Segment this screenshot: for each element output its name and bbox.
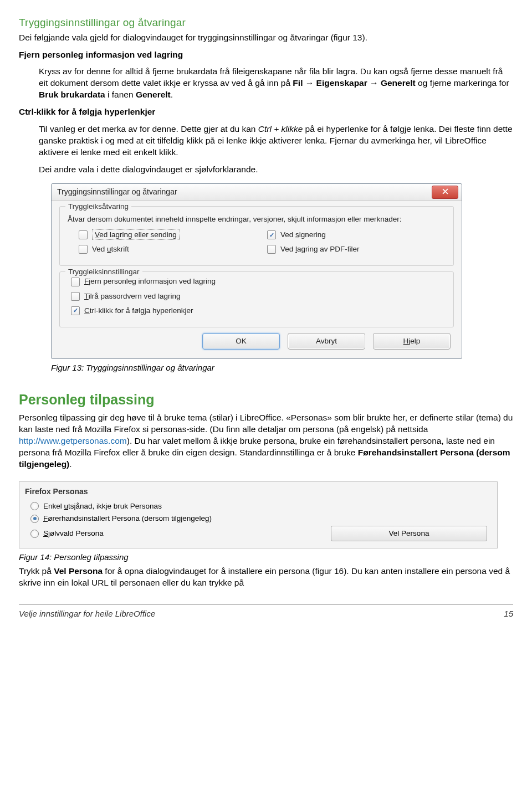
panel-personas-title: Firefox Personas (25, 486, 492, 497)
checkbox-icon (267, 245, 276, 254)
select-persona-button[interactable]: Vel Persona (331, 526, 487, 541)
checkbox-icon (79, 245, 88, 254)
dialog-titlebar: Tryggingsinnstillingar og åtvaringar (52, 184, 462, 201)
checkbox-signing[interactable]: Ved signering (267, 230, 422, 240)
radio-icon (30, 515, 39, 523)
checkbox-icon (71, 306, 80, 315)
group-label-settings: Tryggleiksinnstillingar (65, 267, 142, 277)
checkbox-print[interactable]: Ved utskrift (79, 244, 234, 254)
radio-icon (30, 502, 39, 510)
sub1-body: Kryss av for denne for alltid å fjerne b… (39, 66, 513, 101)
footer-doc-title: Velje innstillingar for heile LibreOffic… (19, 608, 155, 619)
sub2-body: Til vanleg er det merka av for denne. De… (39, 124, 513, 158)
checkbox-icon (79, 230, 88, 239)
dialog-title-text: Tryggingsinnstillingar og åtvaringar (57, 187, 177, 196)
close-button[interactable] (432, 186, 458, 199)
personalization-body: Personleg tilpassing gir deg høve til å … (19, 412, 513, 470)
radio-no-persona[interactable]: Enkel utsjånad, ikkje bruk Personas (25, 500, 492, 512)
sub3-body: Dei andre vala i dette dialogvindauget e… (39, 164, 513, 176)
subheading-security: Tryggingsinnstillingar og åtvaringar (19, 16, 513, 30)
checkbox-remove-personal[interactable]: Fjern personleg informasjon ved lagring (68, 276, 446, 286)
group-warnings: Tryggleiksåtvaring Åtvar dersom dokument… (59, 206, 454, 266)
checkbox-icon (71, 292, 80, 301)
group-warnings-text: Åtvar dersom dokumentet inneheld innspel… (68, 214, 446, 224)
page-number: 15 (504, 608, 513, 619)
sub2-title: Ctrl-klikk for å følgja hyperlenkjer (19, 106, 513, 118)
ok-button[interactable]: OK (202, 333, 280, 350)
radio-own-persona[interactable]: Sjølvvald Persona (30, 527, 104, 540)
footer-divider (19, 604, 513, 605)
cancel-button[interactable]: Avbryt (288, 333, 365, 350)
personas-link[interactable]: http://www.getpersonas.com (19, 436, 127, 445)
group-label-warnings: Tryggleiksåtvaring (65, 202, 131, 212)
checkbox-ctrl-click[interactable]: Ctrl-klikk for å følgja hyperlenkjer (68, 306, 446, 316)
group-settings: Tryggleiksinnstillingar Fjern personleg … (59, 271, 454, 327)
close-icon (442, 187, 448, 197)
checkbox-icon (267, 230, 276, 239)
caption-figure-14: Figur 14: Personleg tilpassing (19, 552, 513, 563)
help-button[interactable]: Hjelp (373, 333, 451, 350)
dialog-security: Tryggingsinnstillingar og åtvaringar Try… (51, 183, 462, 359)
sub1-title: Fjern personleg informasjon ved lagring (19, 49, 513, 61)
checkbox-save-send[interactable]: Ved lagring eller sending (79, 230, 234, 240)
checkbox-icon (71, 278, 80, 286)
checkbox-pdf[interactable]: Ved lagring av PDF-filer (267, 244, 422, 254)
heading-personalization: Personleg tilpassing (19, 391, 513, 409)
checkbox-recommend-password[interactable]: Tilrå passordvern ved lagring (68, 291, 446, 301)
radio-preinstalled[interactable]: Førerhandsinstallert Persona (dersom til… (25, 512, 492, 525)
radio-icon (30, 530, 39, 538)
persona-instruction: Trykk på Vel Persona for å opna dialogvi… (19, 566, 513, 589)
intro-text: Dei følgjande vala gjeld for dialogvinda… (19, 32, 513, 44)
caption-figure-13: Figur 13: Tryggingsinnstillingar og åtva… (51, 362, 513, 373)
panel-personas: Firefox Personas Enkel utsjånad, ikkje b… (19, 481, 498, 549)
